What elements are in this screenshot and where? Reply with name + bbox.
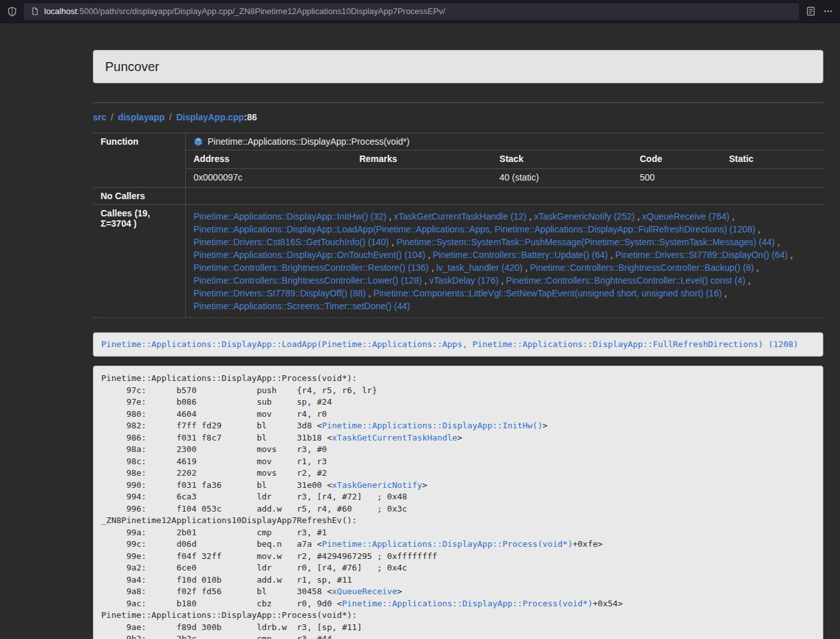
callee-link[interactable]: Pinetime::System::SystemTask::PushMessag… bbox=[397, 237, 775, 247]
breadcrumb-src[interactable]: src bbox=[93, 112, 106, 122]
function-columns-header: Address Remarks Stack Code Static bbox=[186, 150, 823, 168]
function-signature-row: Pinetime::Applications::DisplayApp::Proc… bbox=[186, 133, 823, 150]
function-row-label: Function bbox=[93, 133, 186, 187]
callee-separator: , bbox=[366, 288, 374, 298]
code-text: 98c: 4619 mov r1, r3 bbox=[101, 457, 327, 466]
breadcrumb-file[interactable]: DisplayApp.cpp bbox=[176, 112, 244, 122]
callee-separator: , bbox=[386, 211, 394, 222]
code-text: 99a: 2b01 cmp r3, #1 bbox=[101, 528, 327, 537]
symbol-link[interactable]: xTaskGenericNotify bbox=[332, 480, 422, 490]
code-text: +0x54> bbox=[593, 599, 623, 608]
code-text: 982: f7ff fd29 bl 3d8 < bbox=[101, 421, 322, 430]
callee-link[interactable]: xTaskGenericNotify (252) bbox=[534, 211, 634, 222]
callee-link[interactable]: Pinetime::Drivers::Cst816S::GetTouchInfo… bbox=[194, 237, 389, 247]
callees-label: Callees (19, Σ=3704 ) bbox=[93, 204, 186, 318]
code-text: > bbox=[422, 480, 427, 490]
code-text: > bbox=[397, 586, 402, 596]
callee-link[interactable]: Pinetime::Controllers::Battery::Update()… bbox=[433, 250, 608, 260]
callee-link[interactable]: Pinetime::Applications::DisplayApp::OnTo… bbox=[194, 250, 425, 260]
code-text: 986: f031 f8c7 bl 31b18 < bbox=[101, 433, 332, 442]
value-address: 0x0000097c bbox=[186, 169, 352, 187]
callee-link[interactable]: xTaskGetCurrentTaskHandle (12) bbox=[394, 211, 527, 222]
callee-link[interactable]: Pinetime::Applications::DisplayApp::Load… bbox=[194, 224, 755, 234]
code-text: 9ac: b180 cbz r0, 9d0 < bbox=[101, 599, 342, 608]
url-host: localhost bbox=[44, 6, 77, 16]
callee-link[interactable]: Pinetime::Drivers::St7789::DisplayOff() … bbox=[194, 288, 366, 298]
code-text: _ZN8Pinetime12Applications10DisplayApp7R… bbox=[101, 515, 357, 525]
value-remarks bbox=[352, 169, 492, 187]
code-text: 996: f104 053c add.w r5, r4, #60 ; 0x3c bbox=[101, 504, 407, 514]
symbol-link[interactable]: Pinetime::Applications::DisplayApp::Proc… bbox=[322, 539, 572, 549]
callee-separator: , bbox=[498, 275, 506, 286]
function-signature: Pinetime::Applications::DisplayApp::Proc… bbox=[208, 136, 409, 147]
symbol-link[interactable]: Pinetime::Applications::DisplayApp::Init… bbox=[322, 421, 542, 430]
callee-separator: , bbox=[422, 275, 429, 286]
code-text: > bbox=[543, 421, 548, 430]
code-text: 98e: 2202 movs r2, #2 bbox=[101, 468, 327, 478]
column-static: Static bbox=[721, 150, 823, 168]
callee-separator: , bbox=[389, 237, 397, 247]
column-remarks: Remarks bbox=[352, 150, 492, 168]
callee-separator: , bbox=[788, 250, 793, 260]
code-text: 99e: f04f 32ff mov.w r2, #4294967295 ; 0… bbox=[101, 551, 437, 561]
code-text: > bbox=[457, 433, 463, 442]
code-text: 9a8: f02f fd56 bl 30458 < bbox=[101, 586, 332, 596]
app-title[interactable]: Puncover bbox=[105, 60, 160, 74]
callee-link[interactable]: Pinetime::Controllers::BrightnessControl… bbox=[194, 263, 429, 273]
callee-separator: , bbox=[745, 275, 750, 286]
value-code: 500 bbox=[632, 169, 721, 187]
function-cube-icon bbox=[194, 137, 203, 147]
column-code: Code bbox=[632, 150, 721, 168]
breadcrumb-separator: / bbox=[169, 112, 172, 122]
callee-link[interactable]: Pinetime::Controllers::BrightnessControl… bbox=[530, 263, 754, 273]
symbol-link[interactable]: Pinetime::Applications::DisplayApp::Proc… bbox=[342, 599, 593, 608]
content-divider bbox=[93, 102, 823, 103]
value-stack: 40 (static) bbox=[492, 169, 632, 187]
callee-link[interactable]: Pinetime::Controllers::BrightnessControl… bbox=[194, 275, 422, 286]
overflow-menu-icon[interactable] bbox=[822, 6, 834, 17]
callees-list: Pinetime::Applications::DisplayApp::Init… bbox=[186, 204, 823, 318]
code-lines: Pinetime::Applications::DisplayApp::Proc… bbox=[101, 373, 815, 639]
callee-separator: , bbox=[754, 263, 759, 273]
code-text: +0xfe> bbox=[573, 539, 603, 549]
callee-link[interactable]: Pinetime::Drivers::St7789::DisplayOn() (… bbox=[615, 250, 787, 260]
callee-link[interactable]: Pinetime::Controllers::BrightnessControl… bbox=[506, 275, 745, 286]
page-icon bbox=[30, 7, 39, 16]
callee-separator: , bbox=[523, 263, 531, 273]
symbol-link[interactable]: xQueueReceive bbox=[332, 586, 397, 596]
url-text: localhost:5000/path/src/displayapp/Displ… bbox=[44, 6, 445, 16]
app-header: Puncover bbox=[93, 50, 823, 83]
code-text: 9a2: 6ce0 ldr r0, [r4, #76] ; 0x4c bbox=[101, 563, 407, 572]
callee-link[interactable]: vTaskDelay (176) bbox=[429, 275, 498, 286]
breadcrumb-line-number: :86 bbox=[244, 112, 257, 122]
highlighted-callee-bar: Pinetime::Applications::DisplayApp::Load… bbox=[93, 332, 823, 357]
shield-icon[interactable] bbox=[6, 6, 18, 17]
function-values-row: 0x0000097c 40 (static) 500 bbox=[186, 168, 823, 187]
code-text: Pinetime::Applications::DisplayApp::Proc… bbox=[101, 373, 357, 383]
code-text: 9ae: f89d 300b ldrb.w r3, [sp, #11] bbox=[101, 622, 362, 632]
url-bar[interactable]: localhost:5000/path/src/displayapp/Displ… bbox=[24, 3, 799, 20]
page-container: Puncover src/displayapp/DisplayApp.cpp:8… bbox=[93, 50, 823, 639]
code-text: 9a4: f10d 010b add.w r1, sp, #11 bbox=[101, 575, 352, 585]
column-stack: Stack bbox=[492, 150, 632, 168]
reader-view-icon[interactable] bbox=[805, 6, 816, 17]
callee-separator: , bbox=[527, 211, 534, 222]
url-path: :5000/path/src/displayapp/DisplayApp.cpp… bbox=[77, 6, 445, 16]
symbol-link[interactable]: xTaskGetCurrentTaskHandle bbox=[332, 433, 457, 442]
callee-link[interactable]: lv_task_handler (420) bbox=[436, 263, 523, 273]
code-text: 97c: b570 push {r4, r5, r6, lr} bbox=[101, 385, 377, 395]
code-text: 9b2: 2b2c cmp r3, #44 bbox=[101, 634, 332, 639]
browser-toolbar: localhost:5000/path/src/displayapp/Displ… bbox=[0, 0, 840, 23]
callee-link[interactable]: Pinetime::Applications::DisplayApp::Init… bbox=[194, 211, 386, 222]
callee-link[interactable]: Pinetime::Components::LittleVgl::SetNewT… bbox=[374, 288, 722, 298]
breadcrumb-displayapp[interactable]: displayapp bbox=[118, 112, 165, 122]
callee-separator: , bbox=[755, 224, 761, 234]
code-text: 994: 6ca3 ldr r3, [r4, #72] ; 0x48 bbox=[101, 492, 407, 501]
callee-separator: , bbox=[429, 263, 436, 273]
callee-link[interactable]: Pinetime::Applications::Screens::Timer::… bbox=[194, 301, 410, 311]
code-text: 97e: b086 sub sp, #24 bbox=[101, 397, 332, 407]
function-table: Function Pinetime::Applications::Display… bbox=[93, 133, 823, 318]
no-callers-empty-cell bbox=[186, 187, 823, 204]
callee-link[interactable]: xQueueReceive (764) bbox=[642, 211, 729, 222]
highlighted-callee-link[interactable]: Pinetime::Applications::DisplayApp::Load… bbox=[101, 339, 798, 349]
